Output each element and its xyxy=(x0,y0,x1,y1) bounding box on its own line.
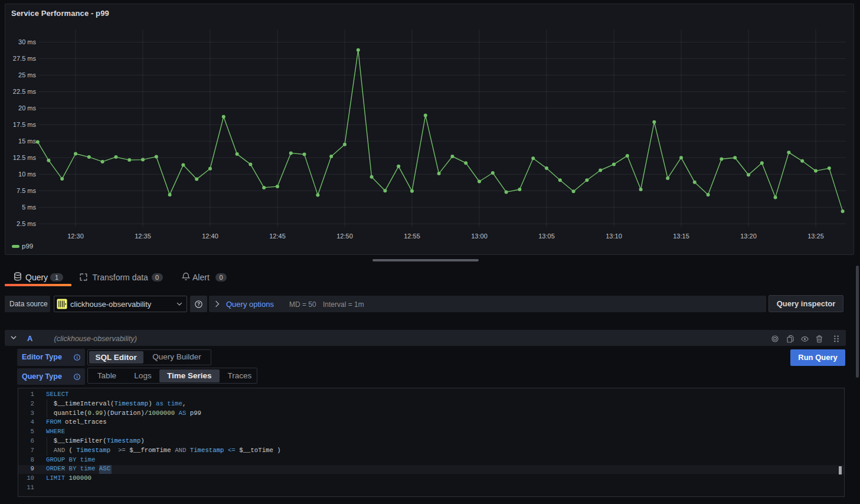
svg-text:10 ms: 10 ms xyxy=(18,171,36,178)
svg-text:7.5 ms: 7.5 ms xyxy=(17,187,37,194)
svg-text:20 ms: 20 ms xyxy=(18,104,36,112)
svg-text:13:25: 13:25 xyxy=(807,233,824,240)
svg-text:13:00: 13:00 xyxy=(471,233,488,240)
svg-text:25 ms: 25 ms xyxy=(18,71,36,78)
svg-text:27.5 ms: 27.5 ms xyxy=(13,55,37,62)
svg-text:15 ms: 15 ms xyxy=(18,138,36,145)
svg-text:12.5 ms: 12.5 ms xyxy=(13,154,37,161)
svg-text:12:50: 12:50 xyxy=(336,233,353,240)
svg-text:12:30: 12:30 xyxy=(67,233,84,240)
svg-text:17.5 ms: 17.5 ms xyxy=(13,121,37,128)
svg-text:5 ms: 5 ms xyxy=(22,204,36,211)
svg-text:13:05: 13:05 xyxy=(538,233,555,240)
svg-text:13:15: 13:15 xyxy=(673,233,689,240)
svg-text:12:35: 12:35 xyxy=(135,233,151,240)
svg-text:30 ms: 30 ms xyxy=(18,38,36,45)
svg-text:2.5 ms: 2.5 ms xyxy=(17,220,37,227)
svg-text:12:45: 12:45 xyxy=(269,233,286,240)
svg-text:12:40: 12:40 xyxy=(202,233,218,240)
svg-text:13:10: 13:10 xyxy=(606,233,622,240)
svg-text:12:55: 12:55 xyxy=(404,233,420,240)
svg-text:22.5 ms: 22.5 ms xyxy=(13,88,37,95)
svg-text:?: ? xyxy=(197,301,200,307)
svg-text:13:20: 13:20 xyxy=(740,233,757,240)
